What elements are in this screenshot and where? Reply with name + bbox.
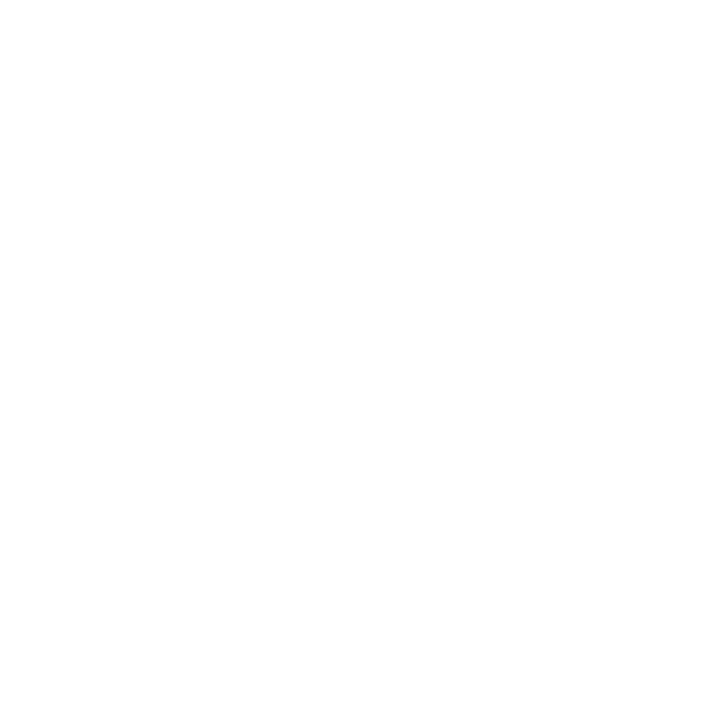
bottleneck-chart [0,0,728,728]
